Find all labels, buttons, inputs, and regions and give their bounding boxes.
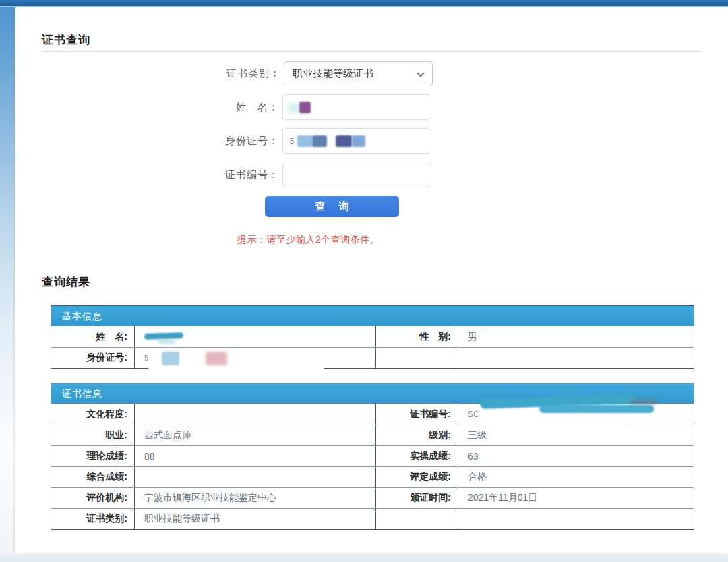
- row-label: 姓 名:: [51, 326, 135, 347]
- row-label: 综合成绩:: [51, 467, 135, 487]
- row-value: 职业技能等级证书: [135, 509, 376, 529]
- row-label: [376, 348, 458, 368]
- cert-type-label: 证书类别：: [220, 67, 280, 80]
- results-title: 查询结果: [42, 274, 90, 290]
- redaction-block: [352, 135, 365, 147]
- row-label: 性 别:: [376, 326, 458, 347]
- chevron-down-icon: [417, 69, 424, 77]
- redaction-block: [162, 352, 179, 365]
- redaction-scribble: [158, 340, 175, 344]
- table-row: 文化程度: 证书编号: SC: [51, 404, 694, 425]
- redaction-scribble: [539, 405, 654, 413]
- bottom-edge: [0, 553, 728, 562]
- redaction-block: [336, 135, 352, 147]
- query-hint-text: 提示：请至少输入2个查询条件。: [237, 234, 380, 246]
- cert-type-select[interactable]: 职业技能等级证书: [284, 61, 433, 86]
- row-label: 理论成绩:: [51, 446, 135, 466]
- table-row: 理论成绩: 88 实操成绩: 63: [51, 445, 694, 466]
- form-row-cert-number: 证书编号：: [218, 162, 431, 187]
- row-value: 88: [135, 446, 376, 466]
- row-label: 身份证号:: [51, 348, 135, 368]
- row-value: 63: [458, 446, 695, 466]
- row-label: 颁证时间:: [376, 488, 458, 508]
- table-row: 职业: 西式面点师 级别: 三级: [51, 425, 694, 445]
- cert-number-label: 证书编号：: [218, 168, 279, 181]
- row-value: 男: [458, 326, 695, 347]
- row-value: 合格: [458, 467, 695, 487]
- redaction-block: [299, 102, 311, 113]
- page-title: 证书查询: [42, 32, 90, 48]
- row-value: 宁波市镇海区职业技能鉴定中心: [135, 488, 376, 508]
- row-label: 评定成绩:: [376, 467, 458, 487]
- form-row-id-number: 身份证号：: [218, 128, 431, 154]
- redaction-smudge: [485, 423, 627, 426]
- redaction-smudge: [630, 398, 657, 405]
- results-divider: [42, 294, 701, 294]
- row-value: [458, 509, 695, 529]
- redaction-smudge: [148, 367, 324, 369]
- row-value: 三级: [458, 425, 695, 445]
- row-label: 职业:: [51, 425, 135, 445]
- table-row: 评价机构: 宁波市镇海区职业技能鉴定中心 颁证时间: 2021年11月01日: [51, 487, 694, 508]
- row-value: [458, 348, 695, 368]
- id-number-label: 身份证号：: [218, 135, 279, 148]
- row-label: 级别:: [376, 425, 458, 445]
- row-value: [135, 326, 376, 347]
- table-row: 姓 名: 性 别: 男: [51, 326, 694, 347]
- form-row-cert-type: 证书类别： 职业技能等级证书: [220, 61, 433, 86]
- certificate-info-table: 证书信息 文化程度: 证书编号: SC 职业: 西式面点师 级别: 三级 理论成…: [51, 383, 694, 530]
- row-value: 2021年11月01日: [458, 488, 695, 508]
- table-row: 身份证号: 5: [51, 347, 694, 368]
- redaction-scribble: [144, 332, 183, 340]
- redaction-block: [206, 352, 227, 365]
- form-row-name: 姓 名：: [218, 94, 431, 120]
- row-value: 西式面点师: [135, 425, 376, 445]
- row-label: 评价机构:: [51, 488, 135, 508]
- heading-divider: [42, 51, 701, 52]
- row-value-text: SC: [468, 410, 479, 419]
- basic-info-table: 基本信息 姓 名: 性 别: 男 身份证号: 5: [51, 305, 694, 369]
- certificate-query-page: 证书查询 证书类别： 职业技能等级证书 姓 名： 身份证号： 证书编号：: [0, 0, 728, 562]
- row-value: [135, 467, 376, 487]
- basic-info-table-header: 基本信息: [51, 306, 694, 326]
- left-gradient-strip: [0, 7, 15, 562]
- row-label: 证书编号:: [376, 404, 458, 425]
- row-label: [376, 509, 458, 529]
- top-bar: [0, 0, 728, 7]
- cert-number-input[interactable]: [282, 162, 431, 187]
- row-value: [135, 404, 376, 425]
- cert-type-selected-value: 职业技能等级证书: [293, 67, 373, 80]
- row-label: 实操成绩:: [376, 446, 458, 466]
- row-label: 文化程度:: [51, 404, 135, 425]
- row-value-text: 5: [144, 354, 148, 362]
- row-label: 证书类别:: [51, 509, 135, 529]
- table-row: 证书类别: 职业技能等级证书: [51, 508, 694, 529]
- redaction-block: [312, 135, 327, 147]
- row-value: SC: [458, 404, 695, 425]
- table-row: 综合成绩: 评定成绩: 合格: [51, 466, 694, 487]
- name-label: 姓 名：: [218, 101, 279, 114]
- query-button[interactable]: 查 询: [265, 196, 399, 217]
- row-value: 5: [135, 348, 376, 368]
- redaction-block: [297, 135, 312, 147]
